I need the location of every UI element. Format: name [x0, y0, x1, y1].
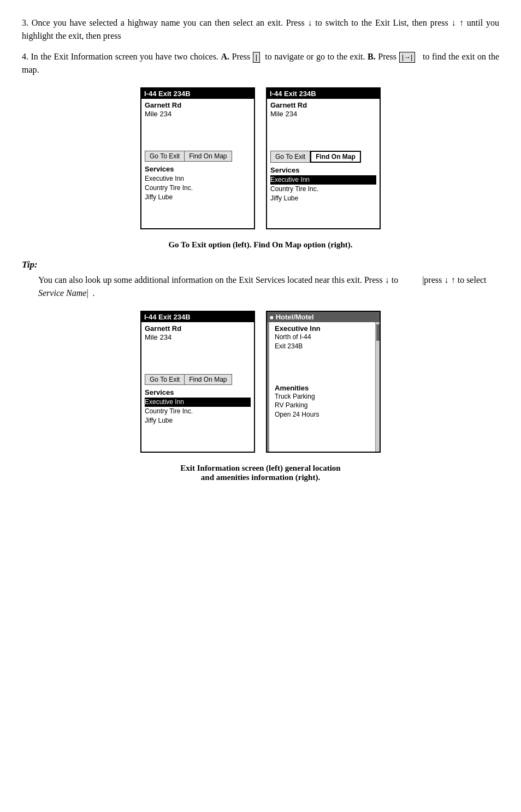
scrollbar-thumb	[376, 324, 380, 341]
hotel-scrollbar[interactable]	[375, 322, 380, 452]
amenity-truck: Truck Parking	[275, 392, 372, 401]
service-countytire-top-left: Country Tire Inc.	[145, 183, 251, 193]
p4-bold-b: B.	[368, 52, 376, 61]
p4-arrow-btn: |→|	[399, 52, 416, 63]
screen-top-left-road: Garnett Rd	[145, 101, 251, 109]
p4-bold-a: A.	[221, 52, 229, 61]
amenities-label: Amenities	[275, 384, 372, 392]
hotel-main-content: Executive Inn North of I-44 Exit 234B Am…	[271, 322, 375, 452]
screen-top-left-buttons: Go To Exit Find On Map	[145, 151, 251, 162]
screen-bottom-left-mile: Mile 234	[145, 333, 251, 341]
screen-bottom-left-title: I-44 Exit 234B	[141, 312, 254, 322]
goto-btn-bottom-left[interactable]: Go To Exit	[145, 374, 185, 385]
hotel-left-bar	[267, 322, 269, 452]
screen-bottom-right-title: ■ Hotel/Motel	[267, 312, 380, 322]
screen-top-right-mile: Mile 234	[270, 110, 376, 118]
screen-top-left-title: I-44 Exit 234B	[141, 88, 254, 99]
service-executiveinn-top-left: Executive Inn	[145, 174, 251, 183]
p4-text: 4. In the Exit Information screen you ha…	[22, 52, 499, 74]
paragraph-4: 4. In the Exit Information screen you ha…	[22, 50, 499, 76]
screen-bottom-left-road: Garnett Rd	[145, 324, 251, 333]
screen-top-left: I-44 Exit 234B Garnett Rd Mile 234 Go To…	[140, 87, 255, 229]
p3-text: 3. Once you have selected a highway name…	[22, 18, 499, 40]
screens-bottom-row: I-44 Exit 234B Garnett Rd Mile 234 Go To…	[22, 311, 499, 453]
services-label-top-left: Services	[145, 165, 251, 173]
screen-top-right-title: I-44 Exit 234B	[267, 88, 380, 99]
service-jiffylube-top-left: Jiffy Lube	[145, 193, 251, 202]
amenity-rv: RV Parking	[275, 401, 372, 410]
screen-top-left-content: Garnett Rd Mile 234 Go To Exit Find On M…	[141, 99, 254, 228]
hotel-loc1: North of I-44	[275, 333, 372, 342]
screen-bottom-left-content: Garnett Rd Mile 234 Go To Exit Find On M…	[141, 322, 254, 452]
service-name-italic: Service Name	[38, 288, 86, 298]
findmap-btn-top-right[interactable]: Find On Map	[310, 151, 361, 163]
service-jiffylube-bottom-left: Jiffy Lube	[145, 416, 251, 425]
service-executiveinn-bottom-left: Executive Inn	[145, 398, 251, 407]
service-countytire-top-right: Country Tire Inc.	[270, 185, 376, 194]
service-jiffylube-top-right: Jiffy Lube	[270, 194, 376, 203]
tip-section: Tip: You can also look up some additiona…	[22, 259, 499, 300]
screen-top-right-road: Garnett Rd	[270, 101, 376, 109]
service-countytire-bottom-left: Country Tire Inc.	[145, 407, 251, 416]
goto-btn-top-right[interactable]: Go To Exit	[270, 151, 310, 163]
service-executiveinn-top-right: Executive Inn	[270, 175, 376, 185]
hotel-content: Executive Inn North of I-44 Exit 234B Am…	[271, 322, 375, 422]
screens-top-row: I-44 Exit 234B Garnett Rd Mile 234 Go To…	[22, 87, 499, 229]
caption-bottom: Exit Information screen (left) general l…	[22, 464, 499, 482]
amenity-24h: Open 24 Hours	[275, 410, 372, 419]
caption-bottom-line2: and amenities information (right).	[201, 473, 320, 482]
tip-text: You can also look up some additional inf…	[38, 274, 499, 300]
screen-bottom-right: ■ Hotel/Motel Executive Inn North of I-4…	[266, 311, 381, 453]
services-label-top-right: Services	[270, 166, 376, 174]
findmap-btn-top-left[interactable]: Find On Map	[185, 151, 232, 162]
hotel-title-text: Hotel/Motel	[276, 313, 314, 321]
screen-top-right: I-44 Exit 234B Garnett Rd Mile 234 Go To…	[266, 87, 381, 229]
screen-top-left-mile: Mile 234	[145, 110, 251, 118]
services-label-bottom-left: Services	[145, 388, 251, 396]
findmap-btn-bottom-left[interactable]: Find On Map	[185, 374, 232, 385]
tip-label: Tip:	[22, 259, 499, 270]
caption-top: Go To Exit option (left). Find On Map op…	[22, 240, 499, 250]
paragraph-3: 3. Once you have selected a highway name…	[22, 16, 499, 43]
hotel-name: Executive Inn	[275, 324, 372, 333]
p4-nav-btn: |	[253, 52, 260, 63]
screen-bottom-left: I-44 Exit 234B Garnett Rd Mile 234 Go To…	[140, 311, 255, 453]
screen-bottom-left-buttons: Go To Exit Find On Map	[145, 374, 251, 385]
goto-btn-top-left[interactable]: Go To Exit	[145, 151, 185, 162]
caption-bottom-line1: Exit Information screen (left) general l…	[180, 464, 340, 472]
screen-top-right-content: Garnett Rd Mile 234 Go To Exit Find On M…	[267, 99, 380, 228]
hotel-loc2: Exit 234B	[275, 342, 372, 351]
screen-top-right-buttons: Go To Exit Find On Map	[270, 151, 376, 163]
hotel-inner: Executive Inn North of I-44 Exit 234B Am…	[267, 322, 380, 452]
hotel-icon: ■	[270, 314, 274, 321]
